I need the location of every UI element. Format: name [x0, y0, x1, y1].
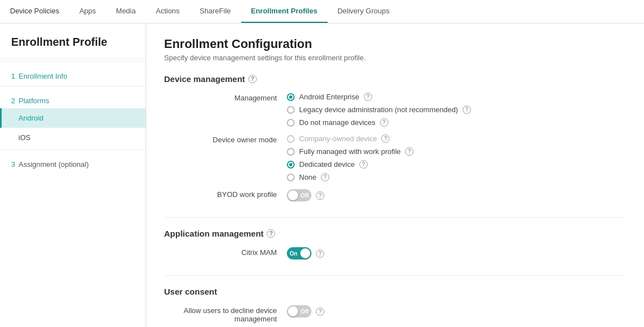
- step-3-label: Assignment (optional): [18, 160, 89, 169]
- radio-legacy-text: Legacy device administration (not recomm…: [299, 105, 458, 114]
- legacy-help-icon[interactable]: ?: [463, 105, 471, 114]
- tab-media[interactable]: Media: [106, 0, 146, 23]
- page-subtitle: Specify device management settings for t…: [164, 54, 626, 62]
- allow-decline-help-icon[interactable]: ?: [316, 307, 324, 316]
- step-3-num: 3: [11, 160, 15, 169]
- no-manage-help-icon[interactable]: ?: [380, 118, 388, 127]
- citrix-mam-help-icon[interactable]: ?: [316, 249, 324, 258]
- byod-toggle-knob: [288, 190, 298, 200]
- main-layout: Enrollment Profile 1Enrollment Info 2Pla…: [0, 23, 644, 327]
- management-label: Management: [164, 93, 287, 102]
- radio-no-manage-text: Do not manage devices: [299, 118, 376, 127]
- radio-none-text: None: [299, 173, 316, 181]
- byod-toggle[interactable]: Off: [287, 189, 311, 201]
- sidebar-item-ios[interactable]: iOS: [0, 128, 146, 147]
- tab-sharefile[interactable]: ShareFile: [190, 0, 241, 23]
- citrix-mam-controls: On ?: [287, 247, 626, 259]
- radio-dedicated-device[interactable]: Dedicated device ?: [287, 160, 626, 169]
- top-navigation: Device Policies Apps Media Actions Share…: [0, 0, 644, 23]
- radio-company-owned[interactable]: Company-owned device ?: [287, 134, 626, 143]
- radio-fully-managed[interactable]: Fully managed with work profile ?: [287, 147, 626, 156]
- app-management-label: Application management: [164, 229, 263, 238]
- management-controls: Android Enterprise ? Legacy device admin…: [287, 93, 626, 127]
- byod-controls: Off ?: [287, 189, 626, 201]
- tab-enrollment-profiles[interactable]: Enrollment Profiles: [241, 0, 328, 23]
- radio-no-manage-circle: [287, 119, 295, 127]
- byod-label: BYOD work profile: [164, 189, 287, 199]
- byod-toggle-label: Off: [301, 193, 309, 199]
- step-1-label: Enrollment Info: [18, 72, 67, 80]
- citrix-mam-toggle[interactable]: On: [287, 247, 311, 259]
- radio-do-not-manage[interactable]: Do not manage devices ?: [287, 118, 626, 127]
- radio-android-enterprise[interactable]: Android Enterprise ?: [287, 93, 626, 101]
- allow-decline-label: Allow users to decline device management: [164, 305, 287, 323]
- radio-none-circle: [287, 174, 295, 181]
- radio-fully-managed-circle: [287, 148, 295, 156]
- sidebar: Enrollment Profile 1Enrollment Info 2Pla…: [0, 23, 146, 327]
- management-row: Management Android Enterprise ? Legacy d…: [164, 93, 626, 127]
- device-management-help-icon[interactable]: ?: [248, 75, 257, 83]
- user-consent-section: User consent Allow users to decline devi…: [164, 287, 626, 323]
- radio-android-enterprise-circle: [287, 93, 295, 101]
- app-management-header: Application management ?: [164, 229, 626, 238]
- radio-legacy-device-admin[interactable]: Legacy device administration (not recomm…: [287, 105, 626, 114]
- device-owner-label: Device owner mode: [164, 134, 287, 144]
- application-management-section: Application management ? Citrix MAM On ?: [164, 229, 626, 259]
- user-consent-label: User consent: [164, 287, 217, 296]
- user-consent-header: User consent: [164, 287, 626, 296]
- step-2-num: 2: [11, 97, 15, 105]
- allow-decline-toggle-label: Off: [301, 309, 309, 315]
- device-owner-mode-row: Device owner mode Company-owned device ?…: [164, 134, 626, 181]
- dedicated-help-icon[interactable]: ?: [359, 160, 368, 169]
- allow-decline-toggle-knob: [288, 306, 298, 316]
- android-enterprise-help-icon[interactable]: ?: [364, 93, 372, 101]
- sidebar-step-assignment[interactable]: 3Assignment (optional): [0, 152, 146, 172]
- device-management-label: Device management: [164, 74, 245, 84]
- byod-toggle-wrap: Off ?: [287, 189, 626, 201]
- fully-managed-help-icon[interactable]: ?: [405, 147, 414, 156]
- radio-fully-managed-text: Fully managed with work profile: [299, 147, 401, 156]
- tab-apps[interactable]: Apps: [69, 0, 106, 23]
- tab-device-policies[interactable]: Device Policies: [0, 0, 69, 23]
- sidebar-step-enrollment-info[interactable]: 1Enrollment Info: [0, 64, 146, 84]
- citrix-mam-toggle-knob: [300, 248, 310, 258]
- radio-none[interactable]: None ?: [287, 173, 626, 181]
- allow-decline-toggle[interactable]: Off: [287, 305, 311, 318]
- step-2-label: Platforms: [18, 97, 49, 105]
- citrix-mam-toggle-label: On: [290, 251, 297, 257]
- tab-actions[interactable]: Actions: [146, 0, 190, 23]
- radio-legacy-circle: [287, 106, 295, 114]
- citrix-mam-label: Citrix MAM: [164, 247, 287, 257]
- radio-android-enterprise-text: Android Enterprise: [299, 93, 359, 101]
- none-help-icon[interactable]: ?: [321, 173, 329, 181]
- main-content: Enrollment Configuration Specify device …: [146, 23, 644, 327]
- allow-decline-row: Allow users to decline device management…: [164, 305, 626, 323]
- sidebar-title: Enrollment Profile: [0, 23, 146, 59]
- page-title: Enrollment Configuration: [164, 37, 626, 51]
- app-management-help-icon[interactable]: ?: [267, 229, 275, 238]
- allow-decline-controls: Off ?: [287, 305, 626, 318]
- sidebar-item-android[interactable]: Android: [0, 108, 146, 128]
- byod-help-icon[interactable]: ?: [316, 191, 324, 200]
- byod-row: BYOD work profile Off ?: [164, 189, 626, 201]
- company-owned-help-icon[interactable]: ?: [381, 134, 390, 143]
- sidebar-step-platforms[interactable]: 2Platforms: [0, 89, 146, 108]
- radio-dedicated-circle: [287, 161, 295, 169]
- radio-dedicated-text: Dedicated device: [299, 160, 355, 169]
- device-owner-controls: Company-owned device ? Fully managed wit…: [287, 134, 626, 181]
- allow-decline-toggle-wrap: Off ?: [287, 305, 626, 318]
- device-management-header: Device management ?: [164, 74, 626, 84]
- tab-delivery-groups[interactable]: Delivery Groups: [328, 0, 400, 23]
- citrix-mam-toggle-wrap: On ?: [287, 247, 626, 259]
- step-1-num: 1: [11, 72, 15, 80]
- radio-company-text: Company-owned device: [299, 134, 377, 143]
- citrix-mam-row: Citrix MAM On ?: [164, 247, 626, 259]
- device-management-section: Device management ? Management Android E…: [164, 74, 626, 201]
- radio-company-circle: [287, 135, 295, 143]
